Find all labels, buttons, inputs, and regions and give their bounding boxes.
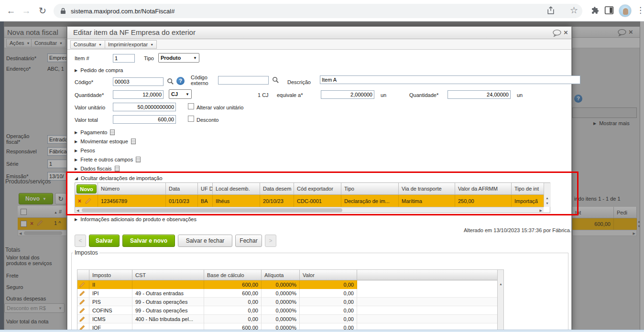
tab-imprimir-exportar[interactable]: Imprimir/exportar▼: [105, 40, 157, 49]
edit-icon[interactable]: [79, 308, 85, 313]
chevron-down-icon: ▼: [98, 43, 102, 46]
impostos-col-base[interactable]: Base de cálculo: [204, 270, 262, 280]
codigo-externo-field[interactable]: [218, 76, 269, 85]
tipo-label: Tipo: [144, 55, 154, 61]
scroll-up-icon[interactable]: ▲: [499, 282, 502, 286]
cell-base: 0,00: [204, 315, 262, 323]
cell-cst: 49 - Outras entradas: [132, 289, 204, 298]
unidade-select[interactable]: CJ▼: [169, 89, 192, 99]
fechar-button[interactable]: Fechar: [235, 235, 262, 247]
impostos-col-imposto[interactable]: Imposto: [89, 270, 132, 280]
impostos-v-scrollbar[interactable]: ▲: [497, 270, 504, 332]
edit-icon[interactable]: [79, 282, 85, 288]
edit-icon[interactable]: [79, 299, 85, 305]
triangle-right-icon: ▶: [75, 158, 77, 162]
salvar-e-fechar-button[interactable]: Salvar e fechar: [178, 235, 232, 247]
impostos-col-aliquota[interactable]: Alíquota: [262, 270, 300, 280]
section-toggle-movimentar-estoque[interactable]: ▶ Movimentar estoque: [75, 139, 136, 144]
triangle-right-icon: ▶: [75, 68, 77, 73]
search-icon[interactable]: [272, 76, 279, 84]
quantidade2-field[interactable]: 24,00000: [448, 90, 511, 99]
row-actions: [77, 315, 89, 323]
cell-valor: 0,00: [300, 315, 357, 323]
edit-icon[interactable]: [79, 316, 85, 322]
alterado-text: Alterado em 13/10/2023 15:37:36 por Fábr…: [402, 227, 571, 233]
browser-reload-icon[interactable]: ↻: [36, 5, 49, 17]
salvar-e-novo-button[interactable]: Salvar e novo: [122, 235, 175, 247]
cell-aliquota: 0,0000%: [262, 280, 300, 289]
salvar-button[interactable]: Salvar: [89, 235, 120, 247]
row-actions: [77, 280, 89, 289]
cell-base: 0,00: [204, 306, 262, 315]
section-toggle-frete[interactable]: ▶ Frete e outros campos: [75, 157, 141, 162]
cell-base: 600,00: [204, 289, 262, 298]
cell-cst: 99 - Outras operações: [132, 306, 204, 315]
tab-consultar[interactable]: Consultar▼: [70, 40, 105, 49]
edit-icon[interactable]: [79, 290, 85, 296]
imposto-row-pis[interactable]: PIS 99 - Outras operações 0,00 0,0000% 0…: [77, 298, 497, 306]
equivale-label: equivale a*: [277, 92, 303, 98]
cell-imposto: ICMS: [89, 315, 132, 323]
impostos-col-filler: [357, 270, 497, 280]
imposto-row-ipi[interactable]: IPI 49 - Outras entradas 600,00 0,0000% …: [77, 289, 497, 298]
codigo-externo-label: Código externo: [191, 75, 218, 86]
impostos-col-cst[interactable]: CST: [132, 270, 204, 280]
tipo-select[interactable]: Produto▼: [158, 53, 199, 63]
dialog-title: Editar item da NF Empresa do exterior: [73, 28, 196, 36]
red-annotation-box: [66, 171, 579, 215]
next-item-button[interactable]: >: [265, 235, 276, 247]
valor-total-field[interactable]: 600,00: [113, 115, 176, 124]
imposto-row-cofins[interactable]: COFINS 99 - Outras operações 0,00 0,0000…: [77, 306, 497, 315]
side-panel-icon[interactable]: [604, 6, 614, 15]
chevron-down-icon: ▼: [150, 43, 153, 46]
page-bottom-scrollbar[interactable]: [0, 330, 644, 332]
address-bar[interactable]: sistema.maxiprod.com.br/NotaFiscal#: [54, 4, 582, 18]
help-icon[interactable]: ?: [176, 77, 185, 85]
codigo-field[interactable]: 00003: [113, 77, 164, 86]
equivale-field[interactable]: 2,000000: [321, 90, 374, 99]
cell-base: 600,00: [204, 280, 262, 289]
descricao-field[interactable]: Item A: [320, 75, 580, 84]
avatar-image: [623, 8, 628, 15]
dialog-titlebar[interactable]: Editar item da NF Empresa do exterior ×: [67, 27, 571, 39]
conversao-text: 1 CJ: [258, 92, 269, 98]
form-icon: [110, 129, 115, 135]
prev-item-button[interactable]: <: [75, 235, 86, 247]
item-number-field[interactable]: 1: [113, 54, 135, 63]
triangle-right-icon: ▶: [75, 139, 77, 144]
profile-avatar[interactable]: [619, 4, 632, 17]
impostos-title: Impostos: [73, 249, 99, 256]
browser-forward-icon[interactable]: →: [20, 5, 33, 17]
cell-imposto: II: [89, 280, 132, 289]
close-icon[interactable]: ×: [564, 28, 568, 36]
section-toggle-pagamento[interactable]: ▶ Pagamento: [75, 129, 115, 135]
section-toggle-dados-fiscais[interactable]: ▶ Dados fiscais: [75, 166, 120, 171]
pedido-compra-toggle[interactable]: ▶ Pedido de compra: [75, 67, 123, 73]
info-adicionais-toggle[interactable]: ▶ Informações adicionais do produto e ob…: [75, 216, 196, 222]
bookmark-star-icon[interactable]: ☆: [570, 5, 578, 16]
desconto-checkbox[interactable]: [188, 116, 194, 122]
cell-valor: 0,00: [300, 298, 357, 306]
imposto-row-icms[interactable]: ICMS 400 - Não tributada pel... 0,00 0,0…: [77, 315, 497, 323]
browser-toolbar: ← → ↻ sistema.maxiprod.com.br/NotaFiscal…: [0, 0, 644, 21]
comment-bubble-icon[interactable]: [552, 29, 562, 37]
quantidade-field[interactable]: 12,0000: [113, 90, 164, 99]
browser-menu-icon[interactable]: ⋮: [636, 5, 644, 15]
browser-back-icon[interactable]: ←: [5, 5, 17, 17]
page-url: sistema.maxiprod.com.br/NotaFiscal#: [71, 8, 175, 15]
section-toggle-pesos[interactable]: ▶ Pesos: [75, 148, 95, 153]
cell-aliquota: 0,0000%: [262, 315, 300, 323]
imposto-row-ii[interactable]: II 600,00 0,0000% 0,00: [77, 280, 497, 289]
share-icon[interactable]: [546, 6, 556, 15]
valor-unitario-field[interactable]: 50,0000000000: [113, 103, 176, 111]
search-icon[interactable]: [167, 78, 174, 85]
impostos-col-valor[interactable]: Valor: [300, 270, 357, 280]
extensions-icon[interactable]: [590, 6, 600, 15]
cell-valor: 0,00: [300, 306, 357, 315]
equivale-un-label: un: [381, 92, 386, 98]
form-icon: [136, 157, 141, 162]
chevron-down-icon: ▼: [193, 56, 197, 60]
form-icon: [115, 166, 120, 171]
alterar-valor-checkbox[interactable]: [188, 103, 194, 109]
cell-cst: [132, 280, 204, 289]
